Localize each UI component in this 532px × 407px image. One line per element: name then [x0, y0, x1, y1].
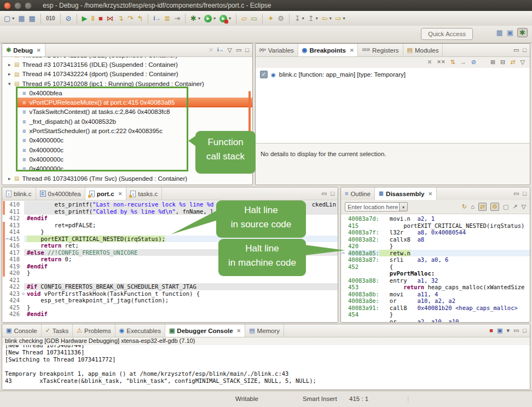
home-icon[interactable]: ⌂	[471, 204, 475, 210]
close-tab-icon[interactable]: ✕	[118, 191, 123, 197]
editor-tab-port-c[interactable]: cport.c✕	[85, 187, 127, 200]
instruction-stepping-icon[interactable]: i→	[153, 16, 160, 21]
line-number[interactable]: 424	[9, 297, 20, 304]
code-line[interactable]: 412#endif	[2, 215, 338, 222]
line-number[interactable]: 411	[9, 208, 20, 215]
minimize-icon[interactable]: ▭	[513, 191, 519, 197]
step-into-icon[interactable]: ↴	[118, 15, 124, 22]
code-line[interactable]: 411 ets_printf("Called by %s line %d\n",…	[2, 208, 338, 215]
line-number[interactable]: 419	[9, 263, 20, 270]
collapse-arrow-icon[interactable]: ▾	[8, 81, 14, 87]
code-line[interactable]: 422#if CONFIG_FREERTOS_BREAK_ON_SCHEDULE…	[2, 283, 338, 290]
disassembly-line[interactable]: 415 portEXIT_CRITICAL_NESTED(irqStatus)	[341, 222, 530, 230]
next-annotation-icon[interactable]: ↧	[294, 15, 300, 22]
maximize-icon[interactable]: □	[523, 191, 527, 197]
step-return-icon[interactable]: ↰	[137, 15, 143, 22]
new-wizard-dropdown-icon[interactable]: ▾	[12, 16, 14, 21]
expand-arrow-icon[interactable]: ▸	[8, 176, 14, 181]
cpp-perspective-icon[interactable]: ▣	[507, 28, 513, 37]
line-number[interactable]: 423	[9, 290, 20, 297]
code-line[interactable]: 423⊖void vPortFirstTaskHook(TaskFunction…	[2, 290, 338, 297]
stack-frame-row[interactable]: ≡vTaskSwitchContext() at tasks.c:2,846 0…	[2, 107, 252, 117]
binary-file-icon[interactable]: 010	[46, 16, 55, 21]
expand-arrow-icon[interactable]: ▸	[8, 71, 14, 77]
use-step-filters-icon[interactable]: ⇥	[174, 15, 180, 22]
new-disassembly-view-icon[interactable]: ▢	[503, 204, 508, 210]
stack-frame-row[interactable]: ≡0x4000000c	[2, 164, 252, 174]
code-line[interactable]: 410 ets_printf("Last non-recursive lock …	[2, 201, 338, 208]
minimize-icon[interactable]: ▭	[236, 47, 241, 53]
close-tab-icon[interactable]: ✕	[237, 328, 241, 334]
view-menu-icon[interactable]: ▽	[227, 47, 232, 53]
maximize-icon[interactable]: □	[245, 47, 249, 53]
display-selected-console-icon[interactable]: ▣	[497, 328, 502, 334]
remove-all-breakpoints-icon[interactable]: ✕✕	[437, 60, 445, 65]
disassembly-line[interactable]: 454 }	[341, 311, 530, 318]
open-type-icon[interactable]: ▱	[241, 15, 247, 22]
debug-icon[interactable]: ✱	[190, 15, 196, 22]
run-dropdown-icon[interactable]: ▾	[213, 16, 216, 21]
stack-frame-row[interactable]: ≡0x4000000c	[2, 154, 252, 164]
close-tab-icon[interactable]: ✕	[37, 48, 41, 53]
line-number[interactable]: 426	[9, 311, 20, 318]
back-history-dropdown-icon[interactable]: ▾	[329, 16, 332, 21]
expand-all-icon[interactable]: ⊞	[490, 59, 495, 65]
line-number[interactable]: 417	[9, 249, 20, 256]
disassembly-line[interactable]: 452 {	[341, 263, 530, 271]
quick-access-button[interactable]: Quick Access	[421, 28, 473, 40]
line-number[interactable]: 421	[9, 277, 20, 284]
external-tools-icon[interactable]: ▶	[219, 15, 227, 22]
disassembly-line[interactable]: 453 return heap_caps_malloc(xWantedSize	[341, 284, 530, 291]
previous-annotation-icon[interactable]: ↥	[308, 15, 314, 22]
overlay-scrollbar[interactable]	[248, 91, 251, 168]
close-tab-icon[interactable]: ✕	[350, 48, 354, 53]
view-tab-outline[interactable]: ≡Outline	[341, 187, 375, 200]
debug-thread-row[interactable]: ▸▤Thread #4 1073432224 (dport) (Suspende…	[2, 70, 252, 79]
run-config-gears-icon[interactable]: ⚙	[277, 15, 284, 22]
sort-breakpoints-icon[interactable]: ⇅	[450, 59, 455, 65]
save-icon[interactable]: ▦	[18, 15, 25, 22]
console-output[interactable]: [New Thread 1073468744][New Thread 10734…	[2, 345, 530, 389]
line-number[interactable]: 412	[9, 215, 20, 222]
goto-file-for-breakpoint-icon[interactable]: →	[460, 59, 466, 65]
code-line[interactable]: 420}	[2, 270, 338, 277]
code-line[interactable]: 426#endif	[2, 311, 338, 318]
view-tab-disassembly[interactable]: ≣Disassembly✕	[375, 187, 437, 200]
view-tab-memory[interactable]: ▤Memory	[245, 324, 284, 337]
forward-history-dropdown-icon[interactable]: ▾	[343, 16, 345, 21]
window-minimize-button[interactable]	[14, 2, 21, 9]
view-tab-modules[interactable]: ▤Modules	[403, 44, 443, 56]
disassembly-line[interactable]: 40083a88: entry a1, 32	[341, 277, 530, 284]
minimize-icon[interactable]: ▭	[513, 47, 519, 53]
forward-history-icon[interactable]: ⇨	[336, 15, 342, 22]
stack-frame-row[interactable]: ≡0x4000000c	[2, 145, 252, 154]
open-perspective-icon[interactable]: ▦	[496, 28, 503, 37]
disassembly-line[interactable]: or a2, a10, a10	[341, 318, 530, 323]
code-line[interactable]: 424 esp_set_breakpoint_if_jtag(function)…	[2, 297, 338, 304]
view-tab-tasks[interactable]: ✓Tasks	[42, 324, 73, 337]
disassembly-line[interactable]: 420 }	[341, 243, 530, 250]
maximize-icon[interactable]: □	[523, 47, 527, 53]
show-source-icon[interactable]: ⚙	[490, 203, 499, 211]
close-tab-icon[interactable]: ✕	[428, 191, 432, 197]
open-console-dropdown-icon[interactable]: ▾	[506, 328, 510, 334]
stack-frame-row[interactable]: ≡_frxt_dispatch() at 0x4008532b	[2, 117, 252, 126]
editor-tab-blink-c[interactable]: cblink.c	[2, 187, 36, 200]
drop-to-frame-icon[interactable]: ≣	[164, 15, 170, 22]
editor-tab-tasks-c[interactable]: ctasks.c	[126, 187, 162, 200]
editor-tab-0x4000bfea[interactable]: C0x4000bfea	[36, 187, 85, 200]
disconnect-icon[interactable]: ⋈	[107, 15, 114, 22]
new-wizard-icon[interactable]: ▢	[4, 15, 10, 22]
disassembly-line[interactable]: 40083a87: srli a3, a0, 6	[341, 256, 530, 263]
line-number[interactable]: 422	[9, 283, 20, 290]
collapse-all-icon[interactable]: ⊟	[500, 59, 505, 65]
refresh-icon[interactable]: ↻	[462, 204, 467, 210]
line-number[interactable]: 425	[9, 304, 20, 311]
code-line[interactable]: 416 return ret;	[2, 242, 338, 249]
view-tab-debugger-console[interactable]: ▣Debugger Console✕	[165, 324, 245, 337]
code-line[interactable]: 419#endif	[2, 263, 338, 270]
view-tab-variables[interactable]: (x)=Variables	[256, 44, 298, 56]
remove-all-terminated-icon[interactable]: ✕	[209, 47, 213, 53]
next-annotation-dropdown-icon[interactable]: ▾	[302, 16, 304, 21]
line-number[interactable]: 414	[9, 228, 20, 236]
